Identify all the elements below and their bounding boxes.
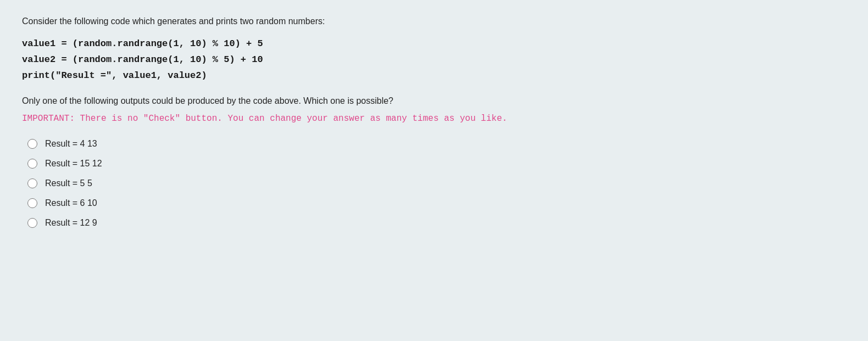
option-item-3[interactable]: Result = 5 5 xyxy=(27,178,846,188)
question-container: Consider the following code which genera… xyxy=(22,16,846,228)
option-item-4[interactable]: Result = 6 10 xyxy=(27,198,846,208)
code-line-2: value2 = (random.randrange(1, 10) % 5) +… xyxy=(22,52,846,68)
option-item-1[interactable]: Result = 4 13 xyxy=(27,139,846,149)
option-item-2[interactable]: Result = 15 12 xyxy=(27,159,846,169)
option-label-1[interactable]: Result = 4 13 xyxy=(45,139,97,149)
radio-opt3[interactable] xyxy=(27,178,37,188)
radio-opt5[interactable] xyxy=(27,218,37,228)
option-label-5[interactable]: Result = 12 9 xyxy=(45,218,97,228)
option-item-5[interactable]: Result = 12 9 xyxy=(27,218,846,228)
options-list: Result = 4 13Result = 15 12Result = 5 5R… xyxy=(22,139,846,228)
option-label-3[interactable]: Result = 5 5 xyxy=(45,178,92,188)
option-label-2[interactable]: Result = 15 12 xyxy=(45,159,102,169)
code-line-3: print("Result =", value1, value2) xyxy=(22,68,846,84)
radio-opt1[interactable] xyxy=(27,139,37,149)
radio-opt4[interactable] xyxy=(27,198,37,208)
radio-opt2[interactable] xyxy=(27,159,37,169)
question-text: Only one of the following outputs could … xyxy=(22,96,846,106)
important-text: IMPORTANT: There is no "Check" button. Y… xyxy=(22,114,846,124)
option-label-4[interactable]: Result = 6 10 xyxy=(45,198,97,208)
code-block: value1 = (random.randrange(1, 10) % 10) … xyxy=(22,36,846,84)
intro-text: Consider the following code which genera… xyxy=(22,16,846,26)
code-line-1: value1 = (random.randrange(1, 10) % 10) … xyxy=(22,36,846,52)
